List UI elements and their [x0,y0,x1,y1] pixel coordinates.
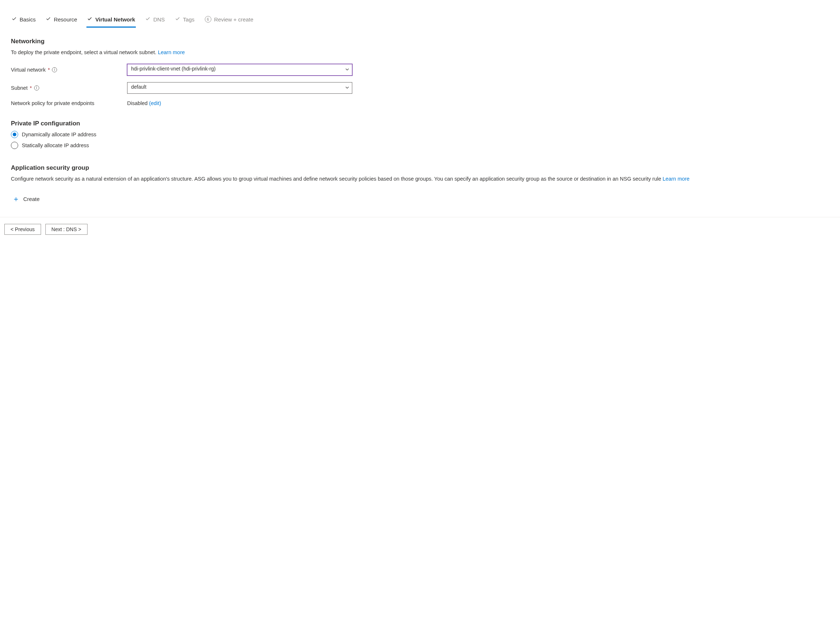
tab-resource[interactable]: Resource [45,14,78,28]
radio-label: Statically allocate IP address [22,142,89,148]
networking-description: To deploy the private endpoint, select a… [11,49,829,57]
tab-basics[interactable]: Basics [11,14,36,28]
edit-policy-link[interactable]: (edit) [149,100,161,106]
tab-tags[interactable]: Tags [174,14,196,28]
radio-static[interactable]: Statically allocate IP address [11,142,829,149]
tab-label: Virtual Network [95,16,135,22]
tab-dns[interactable]: DNS [145,14,166,28]
required-indicator: * [30,85,32,91]
asg-description: Configure network security as a natural … [11,175,829,183]
info-icon[interactable]: i [52,67,57,72]
tab-label: Review + create [214,16,254,22]
wizard-tabs: Basics Resource Virtual Network DNS Tags [11,11,829,28]
tab-review-create[interactable]: 6 Review + create [204,14,254,28]
tab-label: Resource [54,16,77,22]
next-button[interactable]: Next : DNS > [46,224,87,235]
check-icon [12,16,17,22]
radio-icon [11,131,18,138]
plus-icon: ＋ [13,194,20,204]
policy-value: Disabled (edit) [127,100,352,106]
vnet-select[interactable]: hdi-privlink-client-vnet (hdi-privlink-r… [127,64,352,76]
check-icon [46,16,51,22]
subnet-select[interactable]: default [127,82,352,94]
tab-label: Tags [183,16,195,22]
subnet-label: Subnet * i [11,85,127,91]
radio-icon [11,142,18,149]
ipconfig-heading: Private IP configuration [11,120,829,127]
policy-label: Network policy for private endpoints [11,100,127,106]
step-number-icon: 6 [205,16,212,22]
info-icon[interactable]: i [34,85,39,90]
tab-label: DNS [153,16,165,22]
ipconfig-radio-group: Dynamically allocate IP address Statical… [11,131,829,149]
tab-label: Basics [20,16,36,22]
vnet-label: Virtual network * i [11,67,127,73]
radio-dynamic[interactable]: Dynamically allocate IP address [11,131,829,138]
check-icon [175,16,180,22]
check-icon [145,16,150,22]
wizard-footer: < Previous Next : DNS > [0,217,840,241]
radio-label: Dynamically allocate IP address [22,131,96,138]
create-asg-button[interactable]: ＋ Create [11,192,41,206]
networking-heading: Networking [11,38,829,45]
previous-button[interactable]: < Previous [4,224,41,235]
required-indicator: * [48,67,50,73]
create-label: Create [23,196,39,202]
tab-virtual-network[interactable]: Virtual Network [87,14,136,28]
learn-more-link[interactable]: Learn more [158,49,185,55]
check-icon [87,16,92,22]
asg-heading: Application security group [11,164,829,172]
learn-more-link[interactable]: Learn more [663,176,690,182]
